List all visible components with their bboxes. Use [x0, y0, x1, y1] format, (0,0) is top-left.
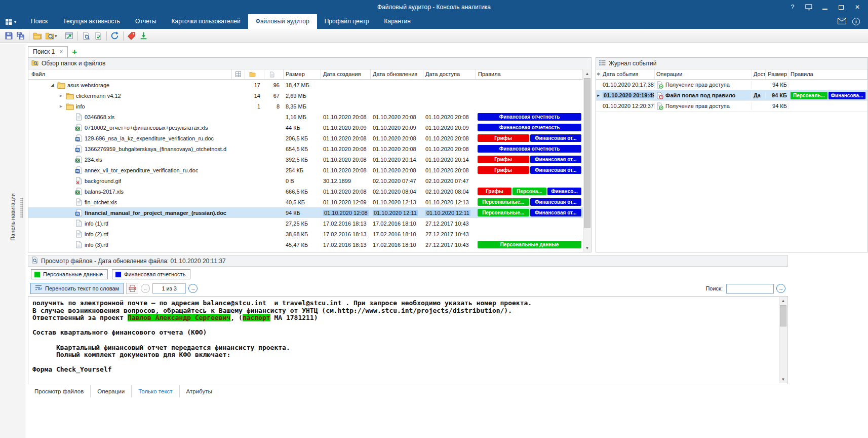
minimize-button[interactable] — [817, 2, 833, 13]
column-header-size[interactable]: Размер — [284, 69, 321, 79]
file-name-cell: W129-696_nsa_la_kz_expenditure_verificat… — [28, 134, 232, 142]
column-header-marks-icon[interactable] — [232, 69, 245, 79]
save-all-button[interactable] — [15, 30, 27, 42]
scroll-up-icon[interactable]: ▲ — [583, 70, 591, 78]
file-row[interactable]: ▶info188,35 МБ — [28, 101, 583, 112]
file-row[interactable]: info (1).rtf27,25 КБ17.02.2016 18:1317.0… — [28, 218, 583, 229]
wrap-text-button[interactable]: Переносить текст по словам — [30, 283, 124, 294]
window-export-button[interactable] — [63, 30, 75, 42]
preview-tab-attributes[interactable]: Атрибуты — [180, 385, 219, 397]
tag-button[interactable] — [126, 30, 138, 42]
folder-search-button[interactable] — [44, 30, 56, 42]
close-tab-icon[interactable]: × — [59, 48, 63, 55]
file-row[interactable]: ▶clickermann v4.1214672,69 МБ — [28, 90, 583, 101]
search-go-button[interactable]: → — [776, 284, 785, 293]
file-name: info (1).rtf — [85, 221, 108, 227]
prev-page-button[interactable]: ← — [141, 284, 150, 293]
menu-tab-profile-center[interactable]: Профайл центр — [317, 14, 377, 29]
file-row[interactable]: W129-696_nsa_la_kz_expenditure_verificat… — [28, 133, 583, 143]
text-content-area[interactable]: получить по электронной почте – по адрес… — [28, 296, 788, 384]
download-button[interactable] — [138, 30, 150, 42]
splitter-grip-icon[interactable] — [20, 198, 23, 218]
event-row[interactable]: ▸01.10.2020 20:19:49Файл попал под прави… — [596, 90, 867, 101]
page-icon — [74, 220, 83, 228]
doc-icon: W — [74, 134, 83, 142]
event-row[interactable]: 01.10.2020 12:20:37Получение прав доступ… — [596, 101, 867, 112]
menu-tab-search[interactable]: Поиск — [23, 14, 55, 29]
file-row[interactable]: X0710002_отчет+о+финансовых+результатах.… — [28, 122, 583, 133]
column-header-file[interactable]: Файл — [28, 69, 232, 79]
scroll-thumb[interactable] — [584, 78, 590, 228]
text-scrollbar[interactable]: ▲ ▼ — [779, 297, 787, 383]
rule-badge: Финансовая от... — [530, 198, 582, 206]
menu-tab-current-activity[interactable]: Текущая активность — [55, 14, 128, 29]
column-header-created[interactable]: Дата создания — [321, 69, 371, 79]
file-row[interactable]: X234.xls392,5 КБ01.10.2020 20:0801.10.20… — [28, 154, 583, 165]
expand-arrow-icon[interactable]: ▶ — [58, 94, 64, 98]
print-button[interactable] — [126, 283, 138, 294]
menu-tab-reports[interactable]: Отчеты — [128, 14, 164, 29]
expand-arrow-icon[interactable]: ◢ — [50, 83, 55, 87]
info-icon[interactable]: i — [852, 18, 860, 25]
file-table-scrollbar[interactable]: ▲ ▼ — [583, 70, 591, 252]
menubar-right-icons: i — [838, 14, 868, 29]
file-row[interactable]: info (2).rtf38,68 КБ17.02.2016 18:1317.0… — [28, 229, 583, 239]
column-header-marker-icon[interactable]: ✱ — [596, 69, 601, 79]
column-header-updated[interactable]: Дата обновления — [371, 69, 423, 79]
file-check-button[interactable] — [92, 30, 104, 42]
add-tab-button[interactable]: + — [72, 47, 77, 57]
menu-tab-quarantine[interactable]: Карантин — [376, 14, 418, 29]
column-header-folders-icon[interactable] — [245, 69, 264, 79]
scroll-down-icon[interactable]: ▼ — [583, 244, 591, 252]
file-row[interactable]: info (3).rtf45,47 КБ17.02.2016 18:1317.0… — [28, 239, 583, 250]
column-header-event-rules[interactable]: Правила — [789, 69, 867, 79]
column-header-access[interactable]: Дост — [752, 69, 766, 79]
column-header-accessed[interactable]: Дата доступа — [423, 69, 476, 79]
tab-search-1[interactable]: Поиск 1 × — [28, 46, 68, 57]
column-header-event-date[interactable]: Дата события — [601, 69, 655, 79]
size-cell: 654,5 КБ — [284, 146, 321, 152]
open-folder-button[interactable] — [31, 30, 44, 42]
tag-chip[interactable]: Финансовая отчетность — [112, 269, 190, 279]
navigation-panel[interactable]: Панель навигации — [0, 44, 25, 438]
maximize-button[interactable] — [834, 2, 849, 13]
message-icon[interactable] — [838, 18, 846, 26]
screen-mode-button[interactable] — [801, 2, 816, 13]
file-count-cell: 96 — [264, 82, 284, 88]
column-header-operation[interactable]: Операции — [655, 69, 752, 79]
scroll-down-icon[interactable]: ▼ — [779, 376, 787, 383]
file-row[interactable]: background.gif0 В30.12.189902.10.2020 07… — [28, 175, 583, 186]
close-button[interactable]: ✕ — [850, 2, 865, 13]
menu-tab-user-cards[interactable]: Карточки пользователей — [164, 14, 248, 29]
file-row[interactable]: Wfinancial_manual_for_project_manager_(r… — [28, 207, 583, 218]
file-row[interactable]: ◢asus webstorage179618,47 МБ — [28, 80, 583, 90]
expand-arrow-icon[interactable]: ▶ — [58, 104, 64, 108]
tag-chip[interactable]: Персональные данные — [31, 269, 108, 279]
preview-tab-preview[interactable]: Просмотр файлов — [28, 385, 91, 397]
file-row[interactable]: fin_otchet.xls40,5 КБ01.10.2020 12:0901.… — [28, 197, 583, 207]
caret-down-icon[interactable]: ▾ — [55, 33, 57, 39]
save-button[interactable] — [3, 30, 15, 42]
file-name-cell: X0710002_отчет+о+финансовых+результатах.… — [28, 124, 232, 132]
updated-cell: 01.10.2020 20:08 — [371, 146, 423, 152]
file-search-button[interactable] — [80, 30, 92, 42]
column-header-event-size[interactable]: Размер — [766, 69, 789, 79]
file-row[interactable]: Wannex_vii_tor_expenditure_verification_… — [28, 165, 583, 175]
column-header-rules[interactable]: Правила — [476, 69, 583, 79]
scroll-thumb[interactable] — [780, 305, 786, 326]
file-row[interactable]: 0346868.xls1,16 МБ01.10.2020 20:0801.10.… — [28, 112, 583, 122]
next-page-button[interactable]: → — [188, 284, 198, 293]
event-row[interactable]: 01.10.2020 20:17:38Получение прав доступ… — [596, 80, 867, 90]
scroll-up-icon[interactable]: ▲ — [779, 297, 787, 305]
menu-tab-file-auditor[interactable]: Файловый аудитор — [248, 14, 317, 29]
navigation-panel-label: Панель навигации — [10, 193, 16, 241]
search-input[interactable] — [726, 284, 774, 294]
file-row[interactable]: W1366276959_buhgalterskaya_(finansovaya)… — [28, 143, 583, 154]
preview-tab-operations[interactable]: Операции — [91, 385, 132, 397]
app-menu-button[interactable]: ▾ — [0, 14, 21, 29]
file-row[interactable]: Xbalans-2017.xls666,5 КБ01.10.2020 20:08… — [28, 186, 583, 197]
column-header-files-icon[interactable] — [264, 69, 284, 79]
help-button[interactable]: ? — [785, 2, 800, 13]
refresh-button[interactable] — [109, 30, 121, 42]
preview-tab-text-only[interactable]: Только текст — [132, 385, 179, 397]
